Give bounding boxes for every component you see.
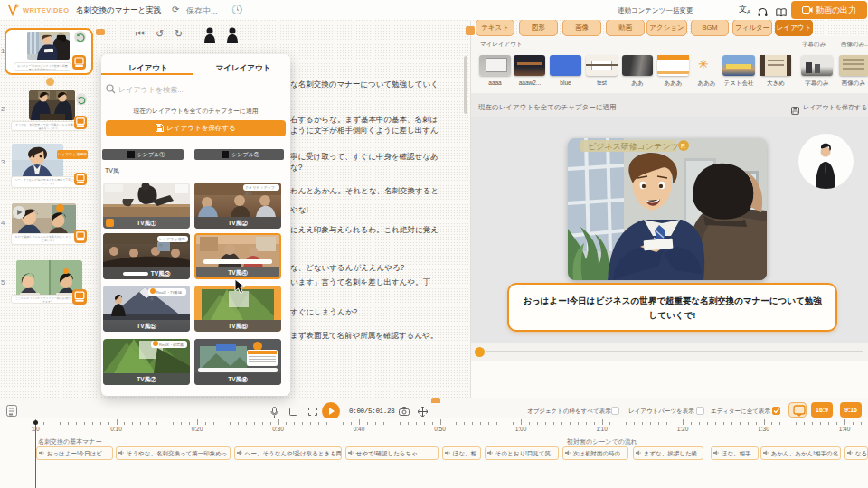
svg-text:R: R [681,143,685,149]
svg-text:ビジネス研修コンテンツ: ビジネス研修コンテンツ [588,142,679,151]
